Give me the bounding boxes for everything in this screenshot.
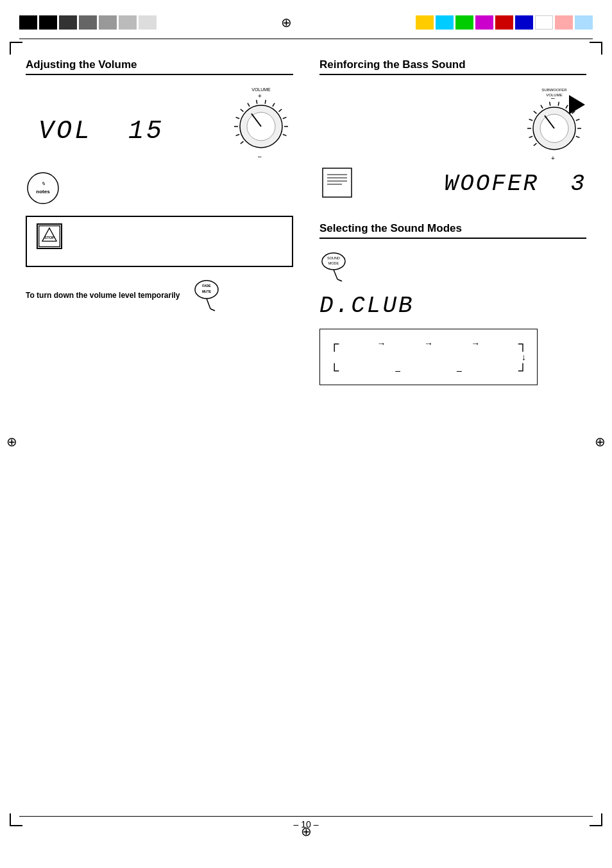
mute-icon-svg: FADE MUTE [192,277,221,312]
section-indicator [569,95,585,114]
stop-icon-svg: STOP [38,223,61,250]
svg-line-38 [550,102,550,106]
svg-line-35 [529,119,533,121]
top-left-corner: ┌ [330,337,339,350]
color-block-white [535,15,553,30]
svg-text:FADE: FADE [203,284,212,288]
svg-line-5 [241,109,244,112]
svg-line-36 [534,111,537,114]
svg-text:SUBWOOFER: SUBWOOFER [541,88,567,92]
color-block-black2 [39,15,57,30]
top-center-crosshair: ⊕ [281,15,292,30]
svg-text:SOUND: SOUND [327,256,340,260]
woofer-notes-svg [319,165,355,200]
sound-modes-title: Selecting the Sound Modes [319,222,586,239]
volume-display: VOL 15 [38,117,164,146]
svg-line-28 [207,299,210,309]
svg-text:+: + [551,155,555,162]
mute-label: To turn down the volume level temporaril… [26,291,180,300]
svg-text:MUTE: MUTE [202,290,212,293]
color-block-pink [555,15,573,30]
svg-line-6 [248,103,250,107]
notes-icon-area: ✎ notes [26,171,293,206]
svg-text:+: + [258,92,262,100]
subwoofer-knob-area: SUBWOOFER VOLUME [319,85,586,162]
right-crosshair: ⊕ [595,434,606,449]
svg-line-13 [283,134,287,135]
svg-line-1 [241,141,244,144]
bottom-center-crosshair: ⊕ [301,824,312,839]
volume-knob-svg: VOLUME [229,85,293,162]
top-horizontal-rule [19,39,593,39]
svg-text:✎: ✎ [41,181,46,187]
volume-knob: VOLUME [229,85,293,164]
sound-mode-remote-area: SOUND MODE [319,248,586,286]
bass-title: Reinforcing the Bass Sound [319,58,586,75]
svg-rect-50 [323,168,352,197]
color-block-lightest [139,15,157,30]
svg-text:VOLUME: VOLUME [251,87,271,92]
arrow2: → [424,338,433,349]
top-right-corner: ┐ [518,337,527,350]
svg-line-11 [283,117,287,119]
sound-mode-svg: SOUND MODE [319,248,348,284]
color-block-green [455,15,473,30]
color-block-dark [59,15,77,30]
sound-mode-button-icon: SOUND MODE [319,248,348,286]
svg-line-4 [236,117,240,119]
bottom-right-corner: ┘ [518,364,527,377]
arrow1: → [377,338,386,349]
color-block-blue [515,15,533,30]
top-bar: ⊕ [0,0,612,39]
svg-text:notes: notes [36,189,50,195]
mode-cycle-right-arrow: ↓ [330,352,527,362]
color-block-lighter [119,15,137,30]
svg-line-40 [566,105,568,108]
svg-text:STOP: STOP [44,236,55,239]
arrow4: – [395,365,400,376]
mode-cycle-bottom-row: └ – – ┘ [330,364,527,377]
left-crosshair: ⊕ [6,434,17,449]
bass-section: Reinforcing the Bass Sound SUBWOOFER VOL… [319,58,586,203]
mode-cycle-diagram: ┌ → → → ┐ ↓ └ – – ┘ [319,329,538,385]
mute-button-icon: FADE MUTE [192,277,221,314]
woofer-area: WOOFER 3 [319,165,586,203]
notes-icon-svg: ✎ notes [26,171,61,206]
svg-line-9 [273,103,275,107]
color-block-ltblue [575,15,593,30]
svg-line-29 [210,309,215,311]
warning-box: STOP [26,216,293,267]
volume-knob-area: VOL 15 VOLUME [26,85,293,164]
color-block-med [79,15,97,30]
arrow3: → [471,338,480,349]
svg-line-8 [265,100,266,104]
stop-icon: STOP [37,223,62,249]
right-color-blocks [416,15,593,30]
color-block-magenta [475,15,493,30]
svg-text:MODE: MODE [328,261,339,265]
svg-line-58 [334,270,337,279]
woofer-display: WOOFER 3 [445,171,586,197]
right-column: Reinforcing the Bass Sound SUBWOOFER VOL… [306,58,586,385]
arrow-down: ↓ [522,352,526,362]
bottom-left-corner: └ [330,364,339,377]
svg-text:–: – [551,94,555,101]
svg-line-2 [236,134,240,135]
color-block-light [99,15,117,30]
svg-line-32 [534,143,537,146]
mute-section: To turn down the volume level temporaril… [26,277,293,314]
left-column: Adjusting the Volume VOL 15 VOLUME [26,58,306,385]
svg-line-37 [541,105,543,108]
color-block-black [19,15,37,30]
svg-text:–: – [258,153,262,160]
svg-line-7 [257,100,257,104]
sound-modes-section: Selecting the Sound Modes SOUND MODE D.C… [319,222,586,385]
svg-line-10 [279,109,282,112]
left-color-blocks [19,15,157,30]
svg-line-39 [558,102,559,106]
adjusting-volume-title: Adjusting the Volume [26,58,293,75]
svg-line-59 [337,279,342,281]
svg-line-33 [529,136,533,137]
arrow5: – [457,365,462,376]
color-block-cyan [436,15,454,30]
